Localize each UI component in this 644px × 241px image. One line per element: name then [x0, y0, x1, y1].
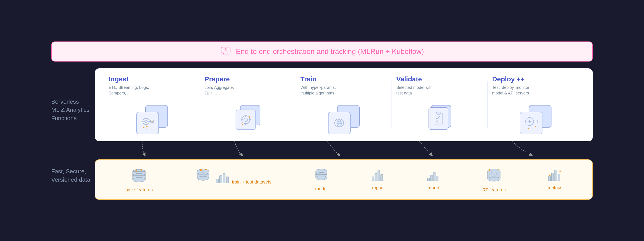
- step-desc-train: With hyper-params,multiple algorithms: [300, 85, 336, 98]
- pipeline-step-prepare: Prepare Join, Aggregate,Split, ..: [200, 75, 296, 134]
- svg-rect-70: [433, 172, 435, 181]
- svg-rect-22: [245, 123, 246, 125]
- svg-point-8: [145, 120, 147, 123]
- pipeline-panel: Ingest ETL, Streaming, Logs,Scrapers, ..: [95, 68, 593, 141]
- right-content: Ingest ETL, Streaming, Logs,Scrapers, ..: [95, 68, 593, 200]
- svg-point-45: [141, 169, 142, 171]
- svg-rect-86: [558, 174, 560, 181]
- svg-rect-9: [145, 118, 147, 119]
- svg-point-26: [249, 116, 250, 118]
- data-item-report2: report: [427, 167, 440, 190]
- step-title-validate: Validate: [396, 75, 422, 83]
- svg-rect-24: [249, 119, 251, 120]
- step-icon-train: [300, 105, 387, 134]
- pipeline-step-validate: Validate Selected model withtest data: [392, 75, 488, 134]
- svg-point-19: [242, 116, 250, 124]
- data-panel: base features: [95, 159, 593, 200]
- step-icon-prepare: [204, 105, 291, 130]
- label-base-features: base features: [126, 187, 153, 193]
- svg-point-44: [136, 170, 137, 172]
- step-title-deploy: Deploy ++: [492, 75, 524, 83]
- step-icon-validate: [396, 105, 483, 130]
- svg-rect-68: [428, 178, 430, 181]
- step-title-train: Train: [300, 75, 316, 83]
- svg-point-7: [143, 118, 149, 125]
- svg-rect-11: [142, 121, 144, 122]
- svg-rect-4: [224, 49, 227, 51]
- label-report1: report: [372, 185, 384, 190]
- svg-rect-29: [436, 112, 440, 114]
- svg-rect-83: [548, 176, 550, 181]
- svg-rect-10: [145, 124, 147, 125]
- step-title-ingest: Ingest: [108, 75, 128, 83]
- svg-point-88: [560, 170, 561, 172]
- svg-rect-21: [245, 115, 246, 117]
- svg-rect-71: [436, 176, 438, 181]
- svg-rect-65: [378, 171, 380, 181]
- step-desc-validate: Selected model withtest data: [396, 85, 432, 98]
- data-item-base-features: base features: [126, 167, 153, 193]
- svg-point-25: [242, 124, 243, 125]
- svg-rect-66: [381, 175, 383, 181]
- svg-rect-55: [223, 173, 225, 183]
- svg-point-37: [528, 128, 529, 129]
- svg-rect-56: [226, 177, 228, 183]
- data-item-model: model: [314, 167, 329, 191]
- svg-rect-54: [220, 176, 222, 183]
- svg-point-20: [244, 118, 248, 122]
- svg-point-33: [528, 120, 531, 123]
- label-report2: report: [428, 185, 439, 190]
- step-desc-prepare: Join, Aggregate,Split, ..: [204, 85, 234, 98]
- svg-point-82: [498, 169, 499, 170]
- data-item-train-test: train + test datasets: [195, 167, 272, 185]
- data-label-left: Fast, Secure,Versioned data: [51, 167, 90, 184]
- svg-rect-34: [534, 120, 538, 123]
- svg-rect-64: [375, 173, 377, 181]
- svg-point-43: [133, 177, 145, 182]
- svg-point-81: [488, 169, 490, 171]
- label-metrics: metrics: [548, 185, 562, 190]
- main-container: End to end orchestration and tracking (M…: [51, 41, 593, 200]
- step-desc-ingest: ETL, Streaming, Logs,Scrapers, ..: [108, 85, 149, 98]
- svg-rect-23: [241, 119, 242, 120]
- step-title-prepare: Prepare: [204, 75, 230, 83]
- svg-point-89: [549, 175, 550, 176]
- svg-rect-12: [148, 121, 150, 122]
- svg-point-38: [535, 126, 536, 127]
- svg-point-51: [200, 169, 202, 171]
- svg-rect-28: [434, 113, 443, 124]
- svg-point-52: [205, 169, 207, 170]
- left-labels: ServerlessML & AnalyticsFunctions Fast, …: [51, 68, 95, 200]
- svg-rect-69: [430, 175, 432, 181]
- label-train-test: train + test datasets: [232, 180, 272, 185]
- pipeline-step-deploy: Deploy ++ Test, deploy, monitormodel & A…: [488, 75, 584, 134]
- svg-rect-85: [555, 170, 557, 181]
- orchestration-text: End to end orchestration and tracking (M…: [236, 47, 424, 56]
- svg-point-62: [316, 176, 327, 180]
- svg-rect-53: [216, 179, 218, 183]
- orchestration-icon: [220, 46, 231, 57]
- pipeline-step-ingest: Ingest ETL, Streaming, Logs,Scrapers, ..: [104, 75, 200, 134]
- svg-point-50: [197, 176, 209, 180]
- pipeline-step-train: Train With hyper-params,multiple algorit…: [296, 75, 392, 134]
- svg-point-14: [143, 127, 144, 128]
- data-item-rt-features: RT features: [482, 167, 506, 193]
- orchestration-banner: End to end orchestration and tracking (M…: [51, 41, 593, 61]
- step-icon-ingest: [108, 105, 196, 134]
- svg-marker-13: [146, 125, 148, 129]
- label-model: model: [315, 186, 328, 191]
- step-desc-deploy: Test, deploy, monitormodel & API servers: [492, 85, 529, 98]
- svg-rect-63: [372, 177, 374, 181]
- data-item-report1: report: [371, 167, 385, 190]
- data-item-metrics: metrics: [548, 167, 562, 190]
- serverless-label: ServerlessML & AnalyticsFunctions: [51, 98, 90, 122]
- svg-rect-84: [552, 173, 554, 181]
- label-rt-features: RT features: [482, 187, 506, 193]
- step-icon-deploy: [492, 105, 579, 134]
